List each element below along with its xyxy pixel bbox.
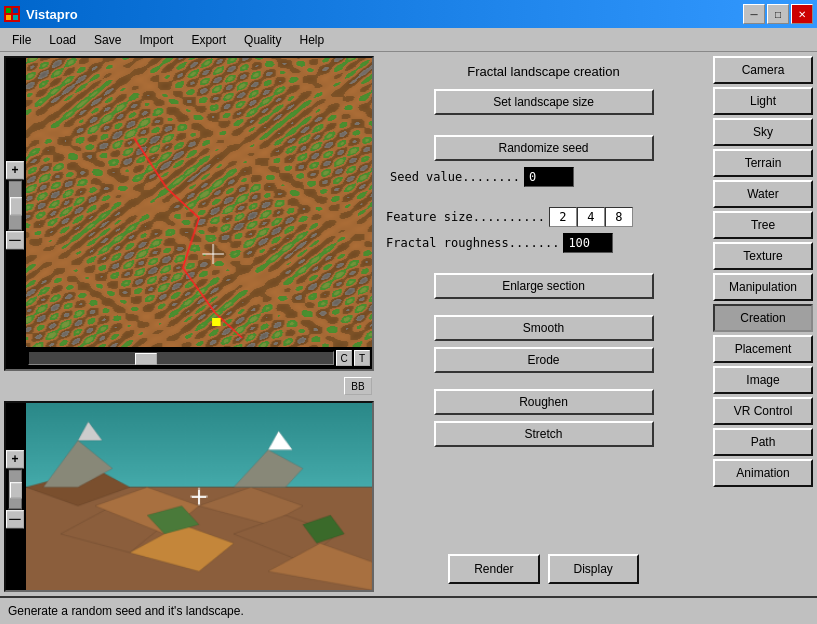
stretch-button[interactable]: Stretch xyxy=(434,421,654,447)
top-map-canvas[interactable] xyxy=(26,58,372,348)
feature-label: Feature size.......... xyxy=(386,210,545,224)
render-button[interactable]: Render xyxy=(448,554,539,584)
close-button[interactable]: ✕ xyxy=(791,4,813,24)
right-panel: CameraLightSkyTerrainWaterTreeTextureMan… xyxy=(713,56,813,592)
3d-scrollbar[interactable] xyxy=(8,469,22,509)
menu-item-import[interactable]: Import xyxy=(131,31,181,49)
restore-button[interactable]: □ xyxy=(767,4,789,24)
map-slider-bar: C T xyxy=(26,347,372,369)
t-button[interactable]: T xyxy=(354,350,370,366)
title-bar: Vistapro ─ □ ✕ xyxy=(0,0,817,28)
app-icon xyxy=(4,6,20,22)
enlarge-section-button[interactable]: Enlarge section xyxy=(434,273,654,299)
right-btn-manipulation[interactable]: Manipulation xyxy=(713,273,813,301)
right-btn-light[interactable]: Light xyxy=(713,87,813,115)
erode-button[interactable]: Erode xyxy=(434,347,654,373)
window-title: Vistapro xyxy=(26,7,78,22)
menu-item-save[interactable]: Save xyxy=(86,31,129,49)
menu-item-quality[interactable]: Quality xyxy=(236,31,289,49)
bottom-3d-container: + ─ xyxy=(4,401,374,592)
right-btn-tree[interactable]: Tree xyxy=(713,211,813,239)
feature-inputs xyxy=(549,207,633,227)
seed-row: Seed value........ xyxy=(386,167,701,187)
menu-item-export[interactable]: Export xyxy=(183,31,234,49)
right-btn-sky[interactable]: Sky xyxy=(713,118,813,146)
middle-panel: Fractal landscape creation Set landscape… xyxy=(378,56,709,592)
svg-rect-4 xyxy=(13,15,18,20)
roughness-row: Fractal roughness....... xyxy=(386,233,701,253)
3d-map-canvas[interactable] xyxy=(26,403,372,590)
randomize-seed-button[interactable]: Randomize seed xyxy=(434,135,654,161)
feature-input-1[interactable] xyxy=(549,207,577,227)
right-btn-path[interactable]: Path xyxy=(713,428,813,456)
display-button[interactable]: Display xyxy=(548,554,639,584)
menu-item-load[interactable]: Load xyxy=(41,31,84,49)
status-bar: Generate a random seed and it's landscap… xyxy=(0,596,817,624)
right-btn-animation[interactable]: Animation xyxy=(713,459,813,487)
right-btn-terrain[interactable]: Terrain xyxy=(713,149,813,177)
set-landscape-button[interactable]: Set landscape size xyxy=(434,89,654,115)
3d-zoom-in-button[interactable]: + xyxy=(6,450,24,468)
h-scroll-thumb xyxy=(135,353,157,365)
right-btn-texture[interactable]: Texture xyxy=(713,242,813,270)
menu-item-help[interactable]: Help xyxy=(291,31,332,49)
c-button[interactable]: C xyxy=(336,350,352,366)
right-btn-vrcontrol[interactable]: VR Control xyxy=(713,397,813,425)
main-content: + ─ C T BB + xyxy=(0,52,817,596)
3d-scroll-thumb xyxy=(10,482,22,498)
menu-item-file[interactable]: File xyxy=(4,31,39,49)
scroll-thumb xyxy=(10,197,22,215)
right-btn-creation[interactable]: Creation xyxy=(713,304,813,332)
svg-rect-2 xyxy=(13,8,18,13)
panel-title: Fractal landscape creation xyxy=(386,60,701,83)
bb-row: BB xyxy=(4,375,374,397)
right-btn-placement[interactable]: Placement xyxy=(713,335,813,363)
roughen-button[interactable]: Roughen xyxy=(434,389,654,415)
svg-rect-3 xyxy=(6,15,11,20)
smooth-button[interactable]: Smooth xyxy=(434,315,654,341)
right-btn-water[interactable]: Water xyxy=(713,180,813,208)
feature-input-2[interactable] xyxy=(577,207,605,227)
bb-button[interactable]: BB xyxy=(344,377,372,395)
status-text: Generate a random seed and it's landscap… xyxy=(8,604,244,618)
3d-zoom-out-button[interactable]: ─ xyxy=(6,510,24,528)
right-btn-camera[interactable]: Camera xyxy=(713,56,813,84)
feature-row: Feature size.......... xyxy=(386,207,701,227)
right-btn-image[interactable]: Image xyxy=(713,366,813,394)
zoom-in-button[interactable]: + xyxy=(6,161,24,179)
roughness-input[interactable] xyxy=(563,233,613,253)
render-row: Render Display xyxy=(386,550,701,588)
left-panel: + ─ C T BB + xyxy=(4,56,374,592)
zoom-out-button[interactable]: ─ xyxy=(6,231,24,249)
window-controls: ─ □ ✕ xyxy=(743,4,813,24)
seed-label: Seed value........ xyxy=(390,170,520,184)
feature-input-3[interactable] xyxy=(605,207,633,227)
roughness-label: Fractal roughness....... xyxy=(386,236,559,250)
horizontal-scrollbar[interactable] xyxy=(28,351,334,365)
vertical-scrollbar[interactable] xyxy=(8,180,22,230)
seed-input[interactable] xyxy=(524,167,574,187)
top-map-container: + ─ C T xyxy=(4,56,374,371)
menu-bar: FileLoadSaveImportExportQualityHelp xyxy=(0,28,817,52)
svg-rect-1 xyxy=(6,8,11,13)
minimize-button[interactable]: ─ xyxy=(743,4,765,24)
